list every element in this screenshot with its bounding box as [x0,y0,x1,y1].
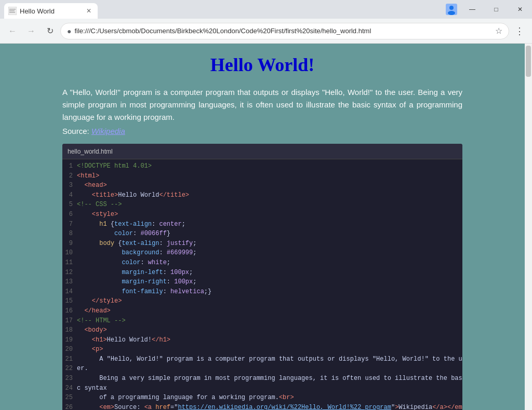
tab-bar: Hello World ✕ [0,0,98,19]
editor-filename: hello_world.html [68,148,113,155]
url-text: file:///C:/Users/cbmob/Documents/Birkbec… [74,27,493,35]
vertical-scrollbar[interactable] [525,44,532,410]
active-tab[interactable]: Hello World ✕ [4,3,98,19]
forward-icon: → [27,26,35,36]
svg-point-1 [449,6,454,10]
back-button[interactable]: ← [4,23,21,39]
page-content: Hello World! A "Hello, World!" program i… [0,44,525,410]
source-label: Source: [62,127,89,135]
close-button[interactable]: ✕ [508,0,532,19]
scrollbar-thumb[interactable] [526,46,531,77]
back-icon: ← [8,26,17,36]
bookmark-star-icon[interactable]: ☆ [495,26,502,36]
window-controls: — □ ✕ [460,0,532,19]
editor-titlebar: hello_world.html [62,144,462,159]
chrome-window: Hello World ✕ — □ ✕ ← → ↻ ● file:///C:/U… [0,0,532,410]
tab-favicon [8,7,17,15]
reload-button[interactable]: ↻ [42,23,58,39]
code-body: 12345 678910 1112131415 1617181920 21222… [62,159,462,410]
more-menu-button[interactable]: ⋮ [511,23,528,39]
wikipedia-link[interactable]: Wikipedia [91,127,125,135]
source-line: Source: Wikipedia [62,127,462,135]
page-title: Hello World! [62,54,462,76]
page-description: A "Hello, World!" program is a computer … [62,86,462,124]
lock-icon: ● [67,27,71,35]
svg-rect-4 [9,9,16,10]
browser-content-wrapper: Hello World! A "Hello, World!" program i… [0,44,532,410]
line-numbers: 12345 678910 1112131415 1617181920 21222… [62,161,77,410]
title-bar: Hello World ✕ — □ ✕ [0,0,532,19]
reload-icon: ↻ [47,26,54,36]
url-bar[interactable]: ● file:///C:/Users/cbmob/Documents/Birkb… [60,23,509,39]
profile-button[interactable] [444,2,459,17]
forward-button[interactable]: → [23,23,39,39]
svg-rect-6 [9,12,15,13]
tab-title: Hello World [20,7,84,15]
tab-close-button[interactable]: ✕ [84,6,94,16]
code-editor: hello_world.html 12345 678910 1112131415… [62,144,462,410]
svg-rect-5 [9,10,15,11]
maximize-button[interactable]: □ [484,0,508,19]
minimize-button[interactable]: — [460,0,484,19]
svg-point-2 [448,11,455,15]
code-content: <!DOCTYPE html 4.01> <html> <head> <titl… [77,161,462,410]
address-bar: ← → ↻ ● file:///C:/Users/cbmob/Documents… [0,19,532,44]
